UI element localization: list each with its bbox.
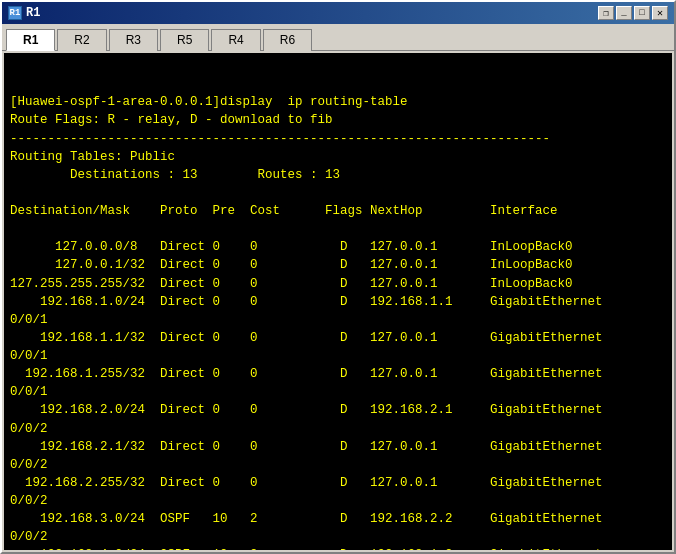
title-bar: R1 R1 ❐ _ □ ✕: [2, 2, 674, 24]
content-area: [Huawei-ospf-1-area-0.0.0.1]display ip r…: [2, 50, 674, 552]
tab-bar: R1 R2 R3 R5 R4 R6: [2, 24, 674, 50]
maximize-button[interactable]: □: [634, 6, 650, 20]
window-title: R1: [26, 6, 40, 20]
title-controls: ❐ _ □ ✕: [598, 6, 668, 20]
tab-r3[interactable]: R3: [109, 29, 158, 51]
tab-r5[interactable]: R5: [160, 29, 209, 51]
terminal[interactable]: [Huawei-ospf-1-area-0.0.0.1]display ip r…: [4, 53, 672, 550]
window-icon: R1: [8, 6, 22, 20]
tab-r2[interactable]: R2: [57, 29, 106, 51]
terminal-content: [Huawei-ospf-1-area-0.0.0.1]display ip r…: [10, 93, 666, 550]
close-button[interactable]: ✕: [652, 6, 668, 20]
main-window: R1 R1 ❐ _ □ ✕ R1 R2 R3 R5 R4 R6 [Huawei-…: [0, 0, 676, 554]
tab-r6[interactable]: R6: [263, 29, 312, 51]
minimize-button[interactable]: _: [616, 6, 632, 20]
restore-button[interactable]: ❐: [598, 6, 614, 20]
tab-r1[interactable]: R1: [6, 29, 55, 51]
tab-r4[interactable]: R4: [211, 29, 260, 51]
title-bar-left: R1 R1: [8, 6, 40, 20]
